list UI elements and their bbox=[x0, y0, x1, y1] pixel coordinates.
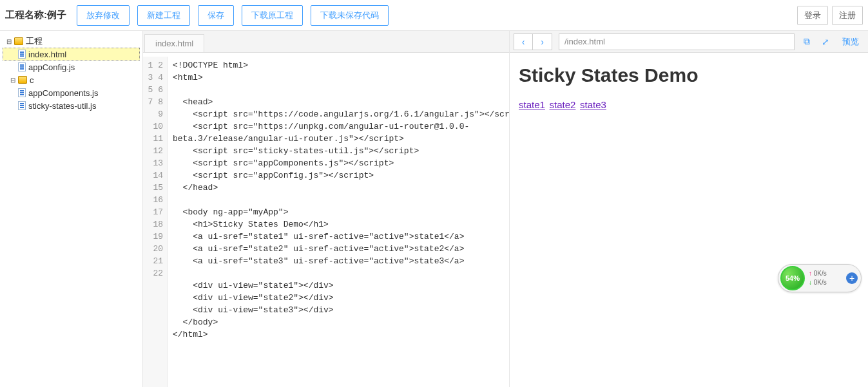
preview-column: ‹ › /index.html ⧉ ⤢ 预览 Sticky States Dem… bbox=[510, 31, 868, 387]
chevron-left-icon: ‹ bbox=[522, 37, 525, 47]
preview-body: Sticky States Demo state1 state2 state3 bbox=[510, 53, 868, 387]
toolbar-buttons: 放弃修改 新建工程 保存 下载原工程 下载未保存代码 bbox=[77, 5, 389, 26]
auth-box: 登录 注册 bbox=[797, 6, 863, 25]
network-add-icon[interactable]: + bbox=[846, 272, 858, 284]
file-icon bbox=[18, 62, 26, 71]
file-icon bbox=[18, 101, 26, 110]
tree-folder-c[interactable]: ⊟ c bbox=[3, 73, 140, 86]
download-unsaved-button[interactable]: 下载未保存代码 bbox=[311, 5, 389, 26]
folder-icon bbox=[14, 37, 23, 45]
tree-file-stickyutil[interactable]: sticky-states-util.js bbox=[3, 99, 140, 112]
project-name-label: 工程名称:例子 bbox=[5, 9, 66, 21]
copy-icon[interactable]: ⧉ bbox=[801, 36, 813, 47]
minus-icon[interactable]: ⊟ bbox=[5, 38, 13, 45]
line-gutter: 1 2 3 4 5 6 7 8 9 10 11 12 13 14 15 16 1… bbox=[143, 57, 168, 387]
tree-file-index[interactable]: index.html bbox=[3, 48, 140, 61]
preview-label[interactable]: 预览 bbox=[838, 36, 864, 48]
tree-label: appConfig.js bbox=[28, 62, 75, 72]
tree-file-appcomponents[interactable]: appComponents.js bbox=[3, 86, 140, 99]
tree-label: index.html bbox=[28, 50, 66, 59]
nav-group: ‹ › bbox=[514, 33, 552, 50]
preview-link-state1[interactable]: state1 bbox=[519, 99, 545, 110]
tree-label: appComponents.js bbox=[28, 88, 98, 98]
new-project-button[interactable]: 新建工程 bbox=[137, 5, 190, 26]
file-icon bbox=[18, 88, 26, 97]
chevron-right-icon: › bbox=[541, 37, 544, 47]
main-layout: ⊟ 工程 index.html appConfig.js ⊟ c appComp… bbox=[0, 31, 868, 387]
code-editor[interactable]: 1 2 3 4 5 6 7 8 9 10 11 12 13 14 15 16 1… bbox=[143, 53, 509, 387]
tree-label: 工程 bbox=[26, 35, 43, 47]
preview-toolbar: ‹ › /index.html ⧉ ⤢ 预览 bbox=[510, 31, 868, 53]
nav-forward-button[interactable]: › bbox=[533, 33, 552, 50]
login-button[interactable]: 登录 bbox=[797, 6, 828, 25]
preview-url-box[interactable]: /index.html bbox=[559, 33, 795, 50]
preview-heading: Sticky States Demo bbox=[519, 64, 859, 86]
register-button[interactable]: 注册 bbox=[832, 6, 863, 25]
tree-label: c bbox=[30, 75, 34, 85]
code-content[interactable]: <!DOCTYPE html> <html> <head> <script sr… bbox=[168, 57, 509, 387]
network-rates: 0K/s 0K/s bbox=[805, 269, 846, 287]
network-widget[interactable]: 54% 0K/s 0K/s + bbox=[778, 264, 862, 292]
network-download-rate: 0K/s bbox=[809, 278, 846, 287]
network-upload-rate: 0K/s bbox=[809, 269, 846, 278]
folder-icon bbox=[18, 76, 27, 84]
discard-button[interactable]: 放弃修改 bbox=[77, 5, 130, 26]
preview-links: state1 state2 state3 bbox=[519, 99, 859, 110]
network-percent-circle: 54% bbox=[780, 266, 805, 290]
minus-icon[interactable]: ⊟ bbox=[9, 77, 17, 84]
tree-root[interactable]: ⊟ 工程 bbox=[3, 35, 140, 48]
download-original-button[interactable]: 下载原工程 bbox=[242, 5, 303, 26]
expand-icon[interactable]: ⤢ bbox=[819, 37, 832, 47]
editor-tab[interactable]: index.html bbox=[144, 34, 204, 52]
top-toolbar: 工程名称:例子 放弃修改 新建工程 保存 下载原工程 下载未保存代码 登录 注册 bbox=[0, 0, 868, 31]
nav-back-button[interactable]: ‹ bbox=[514, 33, 533, 50]
tree-label: sticky-states-util.js bbox=[28, 101, 96, 111]
preview-link-state2[interactable]: state2 bbox=[550, 99, 576, 110]
preview-link-state3[interactable]: state3 bbox=[580, 99, 606, 110]
editor-column: index.html 1 2 3 4 5 6 7 8 9 10 11 12 13… bbox=[143, 31, 510, 387]
tree-file-appconfig[interactable]: appConfig.js bbox=[3, 61, 140, 73]
editor-tab-bar: index.html bbox=[143, 31, 509, 53]
file-icon bbox=[18, 50, 26, 59]
save-button[interactable]: 保存 bbox=[198, 5, 234, 26]
file-tree: ⊟ 工程 index.html appConfig.js ⊟ c appComp… bbox=[0, 31, 143, 387]
